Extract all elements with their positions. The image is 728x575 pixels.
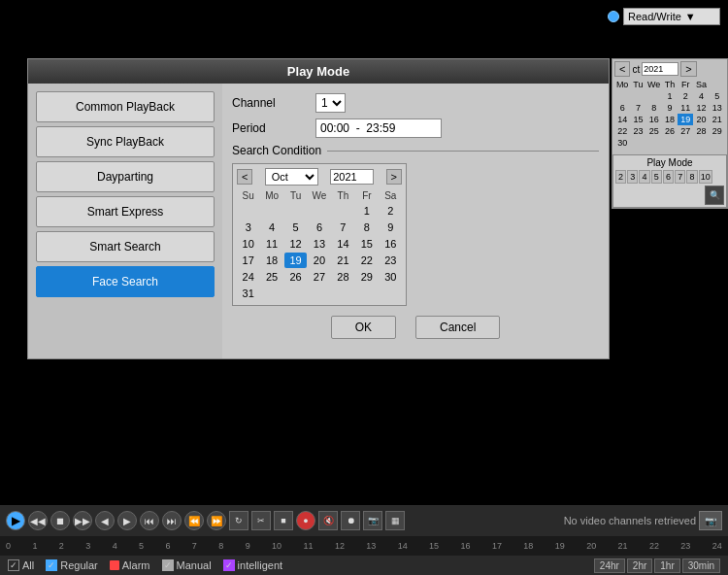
cal-day-15[interactable]: 15 bbox=[355, 236, 378, 252]
step-back-button[interactable]: ⏪ bbox=[184, 511, 204, 530]
cal-day-27[interactable]: 27 bbox=[308, 269, 330, 285]
intelligent-checkbox[interactable]: ✓ bbox=[223, 559, 235, 571]
cal-day-5[interactable]: 5 bbox=[284, 220, 307, 235]
sidebar-item-0[interactable]: Common PlayBack bbox=[36, 91, 215, 122]
cal-day-6[interactable]: 6 bbox=[308, 220, 330, 235]
right-cal-day[interactable]: 11 bbox=[678, 102, 693, 114]
cal-day-30[interactable]: 30 bbox=[380, 269, 402, 285]
right-cal-day[interactable]: 20 bbox=[693, 114, 709, 125]
pm-search-icon[interactable]: 🔍 bbox=[705, 186, 724, 205]
right-cal-day[interactable]: 2 bbox=[678, 90, 693, 102]
cal-day-10[interactable]: 10 bbox=[237, 236, 259, 252]
loop-button[interactable]: ↻ bbox=[229, 511, 248, 530]
right-cal-prev[interactable]: < bbox=[614, 61, 630, 77]
right-cal-day[interactable]: 16 bbox=[646, 114, 662, 125]
time-btn-30min[interactable]: 30min bbox=[682, 558, 720, 573]
manual-checkbox[interactable]: ✓ bbox=[162, 559, 174, 571]
cal-day-4[interactable]: 4 bbox=[260, 220, 282, 235]
right-cal-day[interactable]: 29 bbox=[710, 125, 725, 137]
time-btn-2hr[interactable]: 2hr bbox=[627, 558, 652, 573]
cal-day-7[interactable]: 7 bbox=[332, 220, 354, 235]
right-cal-day[interactable]: 23 bbox=[630, 125, 645, 137]
right-cal-day[interactable]: 21 bbox=[710, 114, 725, 125]
slow-button[interactable]: ◀ bbox=[95, 511, 115, 530]
cal-day-9[interactable]: 9 bbox=[380, 220, 402, 235]
pm-channel-7[interactable]: 7 bbox=[675, 170, 685, 184]
stop-button[interactable]: ⏹ bbox=[50, 511, 70, 530]
cal-day-23[interactable]: 23 bbox=[380, 253, 402, 268]
right-cal-day[interactable]: 13 bbox=[710, 102, 725, 114]
cal-day-22[interactable]: 22 bbox=[355, 253, 378, 268]
cal-day-18[interactable]: 18 bbox=[260, 253, 282, 268]
cal-day-1[interactable]: 1 bbox=[355, 203, 378, 219]
right-cal-day[interactable]: 25 bbox=[646, 125, 662, 137]
right-cal-day[interactable]: 28 bbox=[693, 125, 709, 137]
right-cal-day[interactable]: 27 bbox=[678, 125, 693, 137]
time-btn-1hr[interactable]: 1hr bbox=[654, 558, 679, 573]
pm-channel-8[interactable]: 8 bbox=[686, 170, 697, 184]
cal-year-input[interactable] bbox=[330, 169, 374, 185]
cal-day-24[interactable]: 24 bbox=[237, 269, 259, 285]
mute-button[interactable]: 🔇 bbox=[318, 511, 338, 530]
right-cal-next[interactable]: > bbox=[680, 61, 696, 77]
right-cal-day[interactable]: 4 bbox=[693, 90, 709, 102]
sidebar-item-3[interactable]: Smart Express bbox=[36, 196, 215, 227]
cal-day-17[interactable]: 17 bbox=[237, 253, 259, 268]
right-cal-day[interactable]: 7 bbox=[630, 102, 645, 114]
prev-frame-button[interactable]: ◀◀ bbox=[28, 511, 48, 530]
cal-prev-btn[interactable]: < bbox=[237, 169, 252, 185]
record-sq-button[interactable]: ⏺ bbox=[341, 511, 360, 530]
right-cal-day[interactable]: 18 bbox=[662, 114, 678, 125]
timeline-bar[interactable]: 0123456789101112131415161718192021222324 bbox=[0, 536, 728, 556]
cal-day-20[interactable]: 20 bbox=[308, 253, 330, 268]
all-checkbox[interactable]: ✓ bbox=[8, 559, 19, 571]
cal-day-26[interactable]: 26 bbox=[284, 269, 307, 285]
cal-day-25[interactable]: 25 bbox=[260, 269, 282, 285]
right-cal-day[interactable]: 8 bbox=[646, 102, 662, 114]
sidebar-item-5[interactable]: Face Search bbox=[36, 266, 215, 297]
rw-dropdown[interactable]: Read/Write ▼ bbox=[623, 8, 720, 25]
cancel-button[interactable]: Cancel bbox=[415, 316, 500, 339]
cal-day-11[interactable]: 11 bbox=[260, 236, 282, 252]
sidebar-item-1[interactable]: Sync PlayBack bbox=[36, 126, 215, 157]
clip-button[interactable]: ✂ bbox=[251, 511, 271, 530]
grid-button[interactable]: ▦ bbox=[385, 511, 405, 530]
ok-button[interactable]: OK bbox=[331, 316, 396, 339]
snapshot-button[interactable]: 📷 bbox=[363, 511, 382, 530]
pm-channel-10[interactable]: 10 bbox=[699, 170, 712, 184]
sidebar-item-4[interactable]: Smart Search bbox=[36, 231, 215, 262]
right-cal-year[interactable] bbox=[642, 62, 678, 76]
rec-button[interactable]: ● bbox=[296, 511, 315, 530]
right-cal-day[interactable]: 14 bbox=[614, 114, 630, 125]
right-cal-day[interactable]: 30 bbox=[614, 137, 630, 149]
fast-button[interactable]: ▶ bbox=[117, 511, 137, 530]
period-input[interactable] bbox=[315, 118, 442, 138]
right-cal-day[interactable]: 6 bbox=[614, 102, 630, 114]
right-cal-day[interactable]: 5 bbox=[710, 90, 725, 102]
cal-day-12[interactable]: 12 bbox=[284, 236, 307, 252]
cal-day-29[interactable]: 29 bbox=[355, 269, 378, 285]
cal-day-14[interactable]: 14 bbox=[332, 236, 354, 252]
sidebar-item-2[interactable]: Dayparting bbox=[36, 161, 215, 192]
pm-channel-5[interactable]: 5 bbox=[651, 170, 662, 184]
cal-day-13[interactable]: 13 bbox=[308, 236, 330, 252]
right-cal-day[interactable]: 26 bbox=[662, 125, 678, 137]
camera-icon-btn[interactable]: 📷 bbox=[699, 511, 722, 530]
cal-day-2[interactable]: 2 bbox=[380, 203, 402, 219]
cal-day-3[interactable]: 3 bbox=[237, 220, 259, 235]
cal-day-31[interactable]: 31 bbox=[237, 286, 259, 301]
skip-fwd-button[interactable]: ⏭ bbox=[162, 511, 182, 530]
pm-channel-6[interactable]: 6 bbox=[663, 170, 674, 184]
cal-month-select[interactable]: Oct bbox=[265, 168, 318, 186]
right-cal-day[interactable]: 9 bbox=[662, 102, 678, 114]
pm-channel-3[interactable]: 3 bbox=[627, 170, 638, 184]
cal-day-28[interactable]: 28 bbox=[332, 269, 354, 285]
next-frame-button[interactable]: ▶▶ bbox=[73, 511, 92, 530]
stop-sq-button[interactable]: ■ bbox=[274, 511, 293, 530]
cal-day-21[interactable]: 21 bbox=[332, 253, 354, 268]
skip-back-button[interactable]: ⏮ bbox=[140, 511, 159, 530]
right-cal-day[interactable]: 15 bbox=[630, 114, 645, 125]
cal-next-btn[interactable]: > bbox=[386, 169, 402, 185]
right-cal-day[interactable]: 1 bbox=[662, 90, 678, 102]
right-cal-day[interactable]: 19 bbox=[678, 114, 693, 125]
